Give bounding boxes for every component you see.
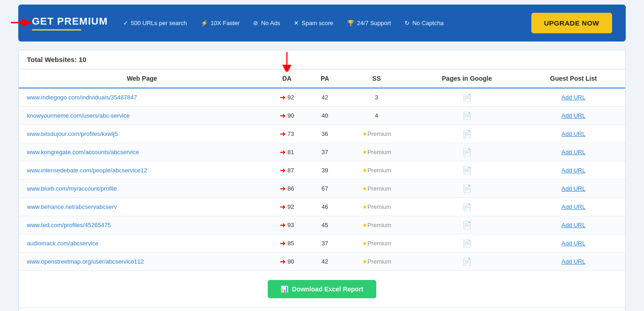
cell-pages-google: 📄 (412, 88, 522, 107)
col-pa: PA (309, 69, 341, 88)
star-icon: ★ (362, 203, 368, 210)
col-ss: SS (341, 69, 412, 88)
cell-pa: 45 (309, 216, 341, 234)
da-arrow-icon: ➜ (280, 221, 286, 229)
table-row: www.kongregate.com/accounts/abcservice➜8… (19, 143, 625, 161)
document-icon: 📄 (462, 221, 472, 229)
upgrade-now-button[interactable]: UPGRADE NOW (531, 13, 612, 33)
table-row: www.openstreetmap.org/user/abcservice112… (19, 253, 625, 271)
cell-url: www.intensedebate.com/people/abcservice1… (19, 161, 265, 180)
add-url-link[interactable]: Add URL (561, 149, 586, 156)
total-websites: Total Websites: 10 (19, 50, 625, 69)
cell-pages-google: 📄 (412, 234, 522, 253)
cell-guest-post: Add URL (522, 253, 625, 271)
captcha-icon: ↻ (405, 20, 410, 26)
add-url-link[interactable]: Add URL (561, 94, 586, 101)
da-value: 90 (287, 258, 294, 265)
cell-pa: 37 (309, 143, 341, 161)
star-icon: ★ (362, 258, 368, 265)
cell-pages-google: 📄 (412, 107, 522, 125)
document-icon: 📄 (462, 130, 472, 138)
cell-da: ➜92 (265, 198, 308, 216)
premium-label: Premium (368, 203, 391, 210)
da-arrow-icon: ➜ (280, 202, 286, 211)
table-row: www.ted.com/profiles/45265475➜9345★Premi… (19, 216, 625, 234)
cell-da: ➜81 (265, 143, 308, 161)
cell-da: ➜86 (265, 180, 308, 198)
add-url-link[interactable]: Add URL (561, 240, 586, 247)
da-value: 73 (287, 130, 294, 137)
cell-ss: ★Premium (341, 161, 412, 180)
table-row: www.indiegogo.com/individuals/35487847➜9… (19, 88, 625, 107)
cell-pa: 46 (309, 198, 341, 216)
da-value: 92 (287, 203, 294, 210)
cell-da: ➜90 (265, 107, 308, 125)
cell-pages-google: 📄 (412, 180, 522, 198)
feature-urls: ✓ 500 URLs per search (123, 20, 187, 26)
add-url-link[interactable]: Add URL (561, 167, 586, 174)
cell-url: knowyourmeme.com/users/abc-service (19, 107, 265, 125)
feature-support: 🏆 24/7 Support (347, 20, 391, 26)
cell-pages-google: 📄 (412, 253, 522, 271)
premium-label: Premium (368, 240, 391, 247)
document-icon: 📄 (462, 258, 472, 265)
cell-guest-post: Add URL (522, 143, 625, 161)
da-arrow-icon: ➜ (280, 111, 286, 120)
star-icon: ★ (362, 240, 368, 247)
add-url-link[interactable]: Add URL (561, 258, 586, 265)
cell-guest-post: Add URL (522, 198, 625, 216)
document-icon: 📄 (462, 93, 472, 101)
cell-da: ➜87 (265, 161, 308, 180)
col-pages-google: Pages in Google (412, 69, 522, 88)
star-icon: ★ (362, 130, 368, 137)
cell-pa: 42 (309, 88, 341, 107)
cell-da: ➜93 (265, 216, 308, 234)
results-table: Web Page DA PA SS Pages in Google (19, 69, 625, 271)
cell-ss: ★Premium (341, 125, 412, 143)
download-section: 📊 Download Excel Report (19, 271, 625, 307)
da-arrow-icon: ➜ (280, 93, 286, 102)
da-value: 92 (287, 94, 294, 101)
da-value: 85 (287, 240, 294, 247)
table-row: knowyourmeme.com/users/abc-service➜90404… (19, 107, 625, 125)
premium-label: Premium (368, 222, 391, 228)
premium-title: GET PREMIUM (32, 16, 114, 31)
add-url-link[interactable]: Add URL (561, 112, 586, 119)
cell-pa: 37 (309, 234, 341, 253)
cell-url: www.indiegogo.com/individuals/35487847 (19, 88, 265, 107)
download-excel-button[interactable]: 📊 Download Excel Report (268, 280, 376, 298)
cell-url: www.blurb.com/my/account/profile (19, 180, 265, 198)
cell-da: ➜92 (265, 88, 308, 107)
table-row: www.blurb.com/my/account/profile➜8667★Pr… (19, 180, 625, 198)
star-icon: ★ (362, 185, 368, 192)
premium-label: Premium (368, 167, 391, 174)
cell-url: www.openstreetmap.org/user/abcservice112 (19, 253, 265, 271)
feature-speed: ⚡ 10X Faster (201, 20, 240, 26)
cell-ss: 3 (341, 88, 412, 107)
da-value: 81 (287, 149, 294, 156)
add-url-link[interactable]: Add URL (561, 203, 586, 210)
cell-guest-post: Add URL (522, 125, 625, 143)
premium-label: Premium (368, 185, 391, 192)
cell-ss: 4 (341, 107, 412, 125)
table-section: Total Websites: 10 Web Page DA (18, 50, 626, 311)
cell-pa: 39 (309, 161, 341, 180)
add-url-link[interactable]: Add URL (561, 185, 586, 192)
cell-guest-post: Add URL (522, 234, 625, 253)
add-url-link[interactable]: Add URL (561, 222, 586, 228)
table-row: www.behance.net/abcservabcserv➜9246★Prem… (19, 198, 625, 216)
red-arrow-banner (10, 16, 33, 29)
document-icon: 📄 (462, 148, 472, 156)
feature-captcha: ↻ No Captcha (405, 20, 444, 26)
cell-ss: ★Premium (341, 143, 412, 161)
cell-guest-post: Add URL (522, 161, 625, 180)
col-webpage: Web Page (19, 69, 265, 88)
add-url-link[interactable]: Add URL (561, 130, 586, 137)
premium-label: Premium (368, 149, 391, 156)
cell-ss: ★Premium (341, 198, 412, 216)
premium-label: Premium (368, 258, 391, 265)
cell-url: www.bitsdujour.com/profiles/kxwlj5 (19, 125, 265, 143)
da-value: 87 (287, 167, 294, 174)
document-icon: 📄 (462, 166, 472, 174)
da-arrow-icon: ➜ (280, 166, 286, 175)
